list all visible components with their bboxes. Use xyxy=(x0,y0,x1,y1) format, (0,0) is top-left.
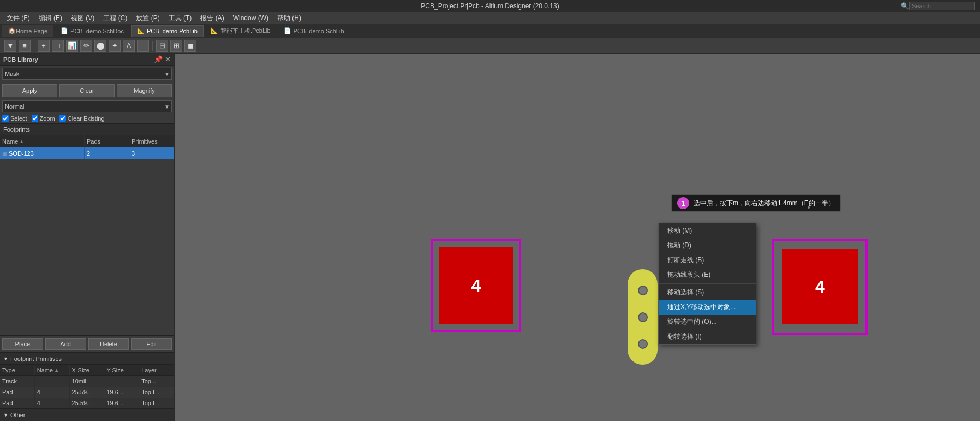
tab-main-pcblib[interactable]: 📐 智能车主板.PcbLib xyxy=(205,25,277,37)
other-header[interactable]: ▼ Other xyxy=(0,409,174,421)
th-name[interactable]: Name ▲ xyxy=(0,135,85,147)
menu-edit[interactable]: 编辑 (E) xyxy=(34,14,67,23)
prims-td-name-1: 4 xyxy=(35,387,70,398)
toolbar-minus-btn[interactable]: ⊟ xyxy=(156,40,168,52)
ctx-move-select[interactable]: 移动选择 (S) xyxy=(659,285,756,300)
toolbar-circle-btn[interactable]: ⬤ xyxy=(94,40,106,52)
apply-button[interactable]: Apply xyxy=(2,84,57,97)
delete-button[interactable]: Delete xyxy=(88,338,129,350)
mask-dropdown-container: Mask ▼ xyxy=(2,68,172,80)
other-section: ▼ Other xyxy=(0,408,174,421)
th-pads[interactable]: Pads xyxy=(85,135,129,147)
th-primitives[interactable]: Primitives xyxy=(129,135,174,147)
tab-schlib[interactable]: 📄 PCB_demo.SchLib xyxy=(278,25,350,37)
menu-tools[interactable]: 工具 (T) xyxy=(164,14,196,23)
ctx-move[interactable]: 移动 (M) xyxy=(659,223,756,238)
component-right-label: 4 xyxy=(782,249,858,324)
magnify-button[interactable]: Magnify xyxy=(117,84,172,97)
toolbar-plus-btn[interactable]: ⊞ xyxy=(170,40,182,52)
table-row[interactable]: ⊞ SOD-123 2 3 xyxy=(0,147,174,159)
prims-row-1[interactable]: Pad 4 25.59... 19.6... Top L... xyxy=(0,387,174,398)
tab-pcblib[interactable]: 📐 PCB_demo.PcbLib xyxy=(131,25,204,37)
toolbar-text-btn[interactable]: A xyxy=(123,40,135,52)
normal-dropdown-container: Normal ▼ xyxy=(2,100,172,112)
prims-td-ysize-1: 19.6... xyxy=(104,387,139,398)
tab-home[interactable]: 🏠 Home Page xyxy=(2,25,53,37)
menu-window[interactable]: Window (W) xyxy=(229,14,273,22)
toolbar-rect-btn[interactable]: □ xyxy=(52,40,64,52)
panel-title: PCB Library xyxy=(3,56,38,63)
menu-place[interactable]: 放置 (P) xyxy=(132,14,164,23)
component-left[interactable]: 4 xyxy=(431,239,521,332)
primitives-table: Type Name ▲ X-Size Y-Size Layer xyxy=(0,365,174,408)
footprints-table: Name ▲ Pads Primitives ⊞ SOD-123 2 xyxy=(0,135,174,335)
normal-dropdown[interactable]: Normal xyxy=(2,100,172,112)
panel-close-icon[interactable]: ✕ xyxy=(165,55,171,63)
toolbar-sep1 xyxy=(34,41,34,51)
zoom-checkbox-label[interactable]: Zoom xyxy=(32,115,55,122)
select-checkbox[interactable] xyxy=(2,115,9,122)
select-checkbox-label[interactable]: Select xyxy=(2,115,27,122)
td-name-0: ⊞ SOD-123 xyxy=(0,147,85,159)
component-left-label: 4 xyxy=(439,247,513,324)
toolbar-chart-btn[interactable]: 📊 xyxy=(66,40,78,52)
menu-view[interactable]: 视图 (V) xyxy=(67,14,99,23)
place-button[interactable]: Place xyxy=(2,338,43,350)
panel-header: PCB Library 📌 ✕ xyxy=(0,54,174,66)
mask-dropdown[interactable]: Mask xyxy=(2,68,172,80)
titlebar: PCB_Project.PrjPcb - Altium Designer (20… xyxy=(0,0,980,12)
ctx-rotate[interactable]: 旋转选中的 (O)... xyxy=(659,315,756,329)
toolbar-nets-btn[interactable]: ≡ xyxy=(19,40,31,52)
toolbar-star-btn[interactable]: ✦ xyxy=(109,40,121,52)
menu-file[interactable]: 文件 (F) xyxy=(2,14,34,23)
ctx-drag-head[interactable]: 拖动线段头 (E) xyxy=(659,268,756,282)
tab-schdoc[interactable]: 📄 PCB_demo.SchDoc xyxy=(55,25,130,37)
normal-row: Normal ▼ xyxy=(0,99,174,114)
prims-td-layer-1: Top L... xyxy=(139,387,174,398)
panel-pin-icon[interactable]: 📌 xyxy=(154,55,163,63)
connector-pill[interactable] xyxy=(628,269,658,365)
checkboxes-row: Select Zoom Clear Existing xyxy=(0,114,174,123)
menu-project[interactable]: 工程 (C) xyxy=(99,14,132,23)
component-right[interactable]: 4 xyxy=(772,239,868,335)
add-button[interactable]: Add xyxy=(45,338,86,350)
prims-td-xsize-0: 10mil xyxy=(70,376,105,387)
clear-button[interactable]: Clear xyxy=(59,84,115,97)
td-primitives-0: 3 xyxy=(129,147,174,159)
prims-table-header: Type Name ▲ X-Size Y-Size Layer xyxy=(0,365,174,376)
toolbar-line-btn[interactable]: — xyxy=(137,40,149,52)
td-pads-0: 2 xyxy=(85,147,129,159)
prims-row-2[interactable]: Pad 4 25.59... 19.6... Top L... xyxy=(0,398,174,408)
context-menu: 移动 (M) 拖动 (D) 打断走线 (B) 拖动线段头 (E) 移动选择 (S… xyxy=(658,223,756,345)
canvas-area[interactable]: 4 4 1 选中后，按下m，向右边移动1.4mm（E的一半） 移动 (M) 拖动… xyxy=(175,54,980,421)
prims-th-type: Type xyxy=(0,365,35,375)
prims-td-layer-2: Top L... xyxy=(139,398,174,408)
primitives-header[interactable]: ▼ Footprint Primitives xyxy=(0,353,174,365)
search-area[interactable]: 🔍 xyxy=(901,0,975,12)
tabbar: 🏠 Home Page 📄 PCB_demo.SchDoc 📐 PCB_demo… xyxy=(0,24,980,38)
menu-help[interactable]: 帮助 (H) xyxy=(273,14,306,23)
app-title: PCB_Project.PrjPcb - Altium Designer (20… xyxy=(421,2,559,10)
schdoc-icon: 📄 xyxy=(61,27,68,34)
panel-controls: 📌 ✕ xyxy=(154,55,171,63)
toolbar-pencil-btn[interactable]: ✏ xyxy=(80,40,92,52)
clear-existing-checkbox-label[interactable]: Clear Existing xyxy=(59,115,105,122)
ctx-move-xy[interactable]: 通过X,Y移动选中对象... xyxy=(659,300,756,315)
menu-report[interactable]: 报告 (A) xyxy=(196,14,228,23)
buttons-row: Apply Clear Magnify xyxy=(0,82,174,99)
edit-button[interactable]: Edit xyxy=(131,338,172,350)
main-pcblib-icon: 📐 xyxy=(211,27,218,34)
search-input[interactable] xyxy=(909,2,975,10)
ctx-flip[interactable]: 翻转选择 (I) xyxy=(659,329,756,344)
clear-existing-checkbox[interactable] xyxy=(59,115,66,122)
prims-row-0[interactable]: Track 10mil Top... xyxy=(0,376,174,387)
toolbar-add-btn[interactable]: + xyxy=(38,40,50,52)
ctx-break[interactable]: 打断走线 (B) xyxy=(659,253,756,268)
toolbar-filter-btn[interactable]: ▼ xyxy=(4,40,16,52)
toolbar-square-btn[interactable]: ◼ xyxy=(184,40,196,52)
pcblib-icon: 📐 xyxy=(137,27,145,34)
footprints-header: Footprints xyxy=(0,123,174,135)
zoom-checkbox[interactable] xyxy=(32,115,38,122)
ctx-drag[interactable]: 拖动 (D) xyxy=(659,238,756,253)
connector-dot-mid xyxy=(638,312,648,322)
